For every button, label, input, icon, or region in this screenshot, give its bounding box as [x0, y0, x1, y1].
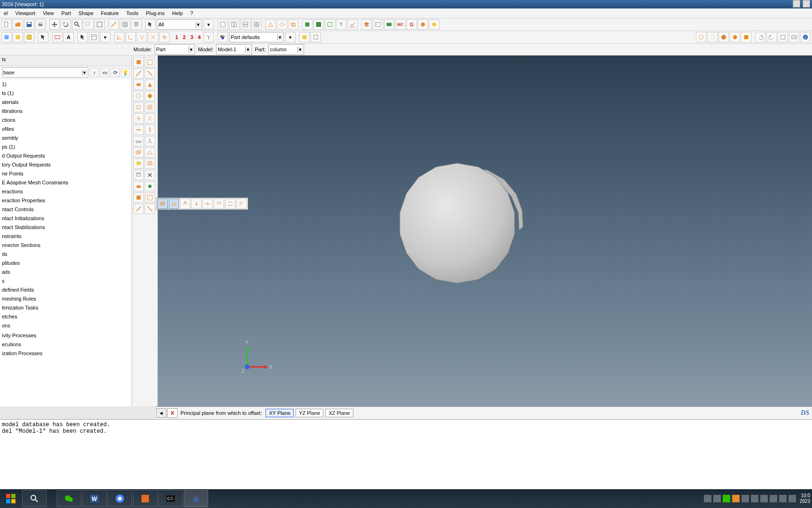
csys1-icon[interactable]: [114, 32, 125, 42]
replace-icon[interactable]: [778, 32, 788, 42]
tree-find-icon[interactable]: ⟳: [110, 68, 120, 77]
datum-offset-icon[interactable]: [157, 198, 168, 209]
color-icon[interactable]: [218, 32, 228, 42]
vp3-icon[interactable]: [240, 19, 250, 30]
tree-item[interactable]: ons: [1, 321, 132, 330]
tree-item[interactable]: ivity Processes: [1, 331, 132, 340]
undo-icon[interactable]: [755, 32, 765, 42]
toolbox-button-5[interactable]: [145, 79, 155, 90]
tree-item[interactable]: sembly: [1, 134, 132, 143]
view-1-button[interactable]: 1: [173, 34, 180, 40]
csys3-icon[interactable]: [137, 32, 147, 42]
tree-item[interactable]: aterials: [1, 98, 132, 107]
tray-flag-icon[interactable]: [770, 495, 777, 502]
prompt-cancel-button[interactable]: X: [167, 408, 178, 418]
iso-icon[interactable]: [1, 32, 12, 42]
view-3-button[interactable]: 3: [188, 34, 195, 40]
tree-collapse-icon[interactable]: ▭: [100, 68, 109, 77]
toolbox-button-0[interactable]: [133, 57, 144, 67]
tree-item[interactable]: ads: [1, 268, 132, 277]
tosca-icon[interactable]: [429, 19, 439, 30]
query-icon[interactable]: ?: [336, 19, 346, 30]
toolbox-button-2[interactable]: [133, 68, 144, 79]
color-scheme-dropdown[interactable]: Part defaults: [229, 32, 284, 42]
datum-line-point-icon[interactable]: [180, 198, 190, 209]
dropdown2-icon[interactable]: ▾: [100, 32, 110, 42]
cursor-icon[interactable]: [78, 32, 88, 42]
yz-plane-button[interactable]: YZ Plane: [296, 409, 323, 417]
tree-item[interactable]: d Output Requests: [1, 151, 132, 160]
tray-battery-icon[interactable]: [713, 495, 721, 502]
render1-icon[interactable]: [302, 19, 312, 30]
movie-icon[interactable]: [384, 19, 394, 30]
list-icon[interactable]: [131, 19, 141, 30]
fit-icon[interactable]: [94, 19, 105, 30]
vp2-icon[interactable]: [229, 19, 239, 30]
display-group-icon[interactable]: [299, 32, 310, 42]
side-icon[interactable]: [24, 32, 34, 42]
isight-icon[interactable]: [418, 19, 428, 30]
toolbox-button-10[interactable]: [133, 113, 144, 124]
tree-item[interactable]: ds: [1, 250, 132, 259]
color-dropdown-icon[interactable]: ▾: [285, 32, 296, 42]
tray-chevron-icon[interactable]: [704, 495, 711, 502]
toolbox-button-6[interactable]: [133, 91, 144, 101]
tray-volume-icon[interactable]: [779, 495, 787, 502]
csys5-icon[interactable]: [159, 32, 170, 42]
tree-tip-icon[interactable]: 💡: [121, 68, 130, 77]
tree-expand-icon[interactable]: ↕: [90, 68, 99, 77]
info-icon[interactable]: i: [800, 32, 811, 42]
tree-item[interactable]: meshing Rules: [1, 294, 132, 303]
toolbox-button-8[interactable]: [133, 102, 144, 112]
datum-rotate-icon[interactable]: [214, 198, 224, 209]
display-group2-icon[interactable]: [311, 32, 321, 42]
tree-item[interactable]: s: [1, 277, 132, 286]
tree-item[interactable]: nnector Sections: [1, 241, 132, 250]
view-2-button[interactable]: 2: [180, 34, 188, 40]
toolbox-button-11[interactable]: [145, 113, 155, 124]
datum-3point-icon[interactable]: [169, 198, 179, 209]
datum-point-normal-icon[interactable]: [191, 198, 202, 209]
menu-viewport[interactable]: Viewport: [12, 8, 39, 18]
toolbox-button-9[interactable]: [145, 102, 155, 112]
toolbox-button-24[interactable]: [133, 192, 144, 203]
tree-item[interactable]: timization Tasks: [1, 303, 132, 312]
options-icon[interactable]: [89, 32, 99, 42]
shaded-icon[interactable]: [730, 32, 740, 42]
toolbox-button-13[interactable]: [145, 125, 155, 135]
tree-item[interactable]: ntact Stabilizations: [1, 223, 132, 232]
datum-axis-icon[interactable]: [236, 198, 247, 209]
common-icon[interactable]: [789, 32, 799, 42]
tree-item[interactable]: E Adaptive Mesh Constraints: [1, 178, 132, 187]
toolbox-button-4[interactable]: [133, 79, 144, 90]
rotate-icon[interactable]: [61, 19, 71, 30]
tree-item[interactable]: eractions: [1, 187, 132, 196]
shaded-wire-icon[interactable]: [718, 32, 729, 42]
menu-whatsthis[interactable]: ?: [187, 8, 197, 18]
toolbox-button-17[interactable]: [145, 147, 155, 158]
tree-item[interactable]: ts (1): [1, 89, 132, 98]
select-filter-dropdown[interactable]: All: [157, 19, 202, 30]
word-taskbar-icon[interactable]: W: [82, 490, 107, 507]
chrome-taskbar-icon[interactable]: [108, 490, 132, 507]
open-icon[interactable]: [13, 19, 23, 30]
menu-plugins[interactable]: Plug-ins: [142, 8, 168, 18]
menu-view[interactable]: View: [39, 8, 58, 18]
wps-taskbar-icon[interactable]: [133, 490, 157, 507]
tree-item[interactable]: eraction Properties: [1, 196, 132, 205]
toolbox-button-20[interactable]: [133, 170, 144, 180]
toolbox-button-23[interactable]: [145, 181, 155, 191]
part-dropdown[interactable]: column: [268, 44, 304, 55]
tree-item[interactable]: ne Points: [1, 169, 132, 178]
save-icon[interactable]: [24, 19, 34, 30]
toolbox-button-26[interactable]: [133, 204, 144, 214]
arrow-icon[interactable]: [38, 32, 48, 42]
tree-item[interactable]: 1): [1, 80, 132, 89]
tray-cloud-icon[interactable]: [742, 495, 749, 502]
terminal-taskbar-icon[interactable]: C:\: [158, 490, 183, 507]
tree-item[interactable]: ofiles: [1, 125, 132, 134]
wechat-taskbar-icon[interactable]: [57, 490, 81, 507]
tray-network-icon[interactable]: [789, 495, 796, 502]
persp3-icon[interactable]: [288, 19, 298, 30]
abaqus-taskbar-icon[interactable]: [184, 490, 208, 507]
